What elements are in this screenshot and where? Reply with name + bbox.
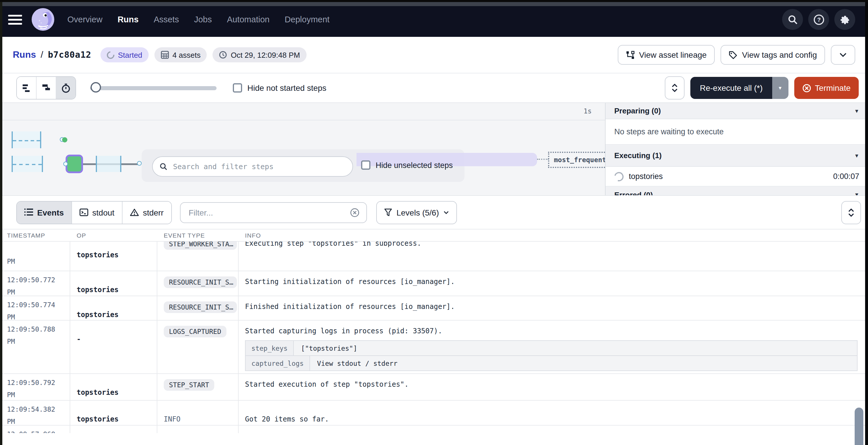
event-type-chip: STEP_START <box>164 379 215 391</box>
log-row[interactable]: 12:09:50.788 PM-LOGS_CAPTUREDStarted cap… <box>0 320 868 374</box>
step-search-input[interactable] <box>172 162 345 171</box>
log-event-type: INFO <box>157 401 238 425</box>
view-stdout-stderr-link[interactable]: View stdout / stderr <box>310 357 404 370</box>
flat-view-icon[interactable] <box>17 77 36 99</box>
events-list-icon <box>24 209 33 216</box>
chevron-down-icon <box>840 53 846 57</box>
log-op: topstories <box>70 425 157 433</box>
log-row[interactable]: 12:09:50.774 PMtopstoriesRESOURCE_INIT_S… <box>0 296 868 320</box>
executing-step-topstories[interactable]: topstories 0:00:07 <box>606 167 868 186</box>
log-table-body: PMtopstoriesSTEP_WORKER_STA…Executing st… <box>0 242 868 433</box>
timed-view-icon[interactable] <box>56 77 75 99</box>
run-header: Runs / b7c80a12 Started 4 assets Oct 29,… <box>0 37 868 73</box>
checkbox-box[interactable] <box>233 83 242 93</box>
gantt-step-not-started-1[interactable] <box>11 131 41 148</box>
gantt-marker-dot[interactable] <box>62 137 67 142</box>
step-search-box[interactable] <box>152 157 353 177</box>
clock-icon <box>219 51 227 59</box>
log-row[interactable]: 12:09:54.382 PMtopstoriesINFOGot 20 item… <box>0 401 868 425</box>
more-actions-button[interactable] <box>831 45 855 65</box>
log-row[interactable]: 12:09:50.772 PMtopstoriesRESOURCE_INIT_S… <box>0 271 868 296</box>
gantt-zoom-slider[interactable] <box>90 82 217 94</box>
reexecute-all-button[interactable]: Re-execute all (*) ▼ <box>691 77 788 99</box>
clear-filter-icon[interactable] <box>350 208 360 217</box>
expand-collapse-button[interactable] <box>665 76 685 100</box>
assets-badge[interactable]: 4 assets <box>154 47 207 62</box>
log-event-type: STEP_START <box>157 374 238 401</box>
gantt-connector-ring-left <box>63 162 68 166</box>
reexecute-dropdown-caret[interactable]: ▼ <box>772 77 788 99</box>
log-event-type: STEP_WORKER_STA… <box>157 242 238 271</box>
tab-stdout[interactable]: stdout <box>71 201 122 224</box>
nav-jobs[interactable]: Jobs <box>194 15 212 24</box>
log-timestamp[interactable]: 12:09:50.788 PM <box>0 320 70 374</box>
log-timestamp[interactable]: 12:09:50.772 PM <box>0 271 70 296</box>
tag-icon <box>728 50 737 59</box>
metadata-key: step_keys <box>246 341 294 355</box>
hamburger-menu-icon[interactable] <box>8 12 22 26</box>
tab-events[interactable]: Events <box>17 201 71 224</box>
help-icon[interactable]: ? <box>808 9 829 30</box>
log-op: topstories <box>70 374 157 401</box>
log-op: topstories <box>70 296 157 320</box>
log-timestamp[interactable]: PM <box>0 242 70 271</box>
view-tags-config-button[interactable]: View tags and config <box>720 45 825 65</box>
window-frame-top <box>0 2 868 6</box>
settings-gear-icon[interactable] <box>834 9 855 30</box>
top-nav: Overview Runs Assets Jobs Automation Dep… <box>0 2 868 37</box>
gantt-step-not-started-2[interactable] <box>11 156 43 172</box>
run-actions: Re-execute all (*) ▼ Terminate <box>665 76 859 100</box>
section-preparing[interactable]: Preparing (0)▼ <box>606 103 868 119</box>
log-table-header: TIMESTAMP OP EVENT TYPE INFO <box>0 229 868 242</box>
nav-deployment[interactable]: Deployment <box>284 15 330 24</box>
nav-assets[interactable]: Assets <box>154 15 179 24</box>
terminal-icon <box>80 209 88 216</box>
waterfall-view-icon[interactable] <box>36 77 56 99</box>
section-executing[interactable]: Executing (1)▼ <box>606 145 868 167</box>
dagster-logo[interactable] <box>31 8 55 31</box>
log-op: topstories <box>70 242 157 271</box>
hide-not-started-checkbox[interactable]: Hide not started steps <box>233 83 326 93</box>
log-message: Started execution of step "topstories". <box>245 380 858 388</box>
col-op: OP <box>70 232 157 239</box>
log-filter-input[interactable] <box>188 207 345 217</box>
log-timestamp[interactable]: 12:09:50.774 PM <box>0 296 70 320</box>
nav-utility: ? <box>782 9 855 30</box>
log-message: Started capturing logs in process (pid: … <box>245 327 858 335</box>
run-header-actions: View asset lineage View tags and config <box>617 45 855 65</box>
view-asset-lineage-button[interactable]: View asset lineage <box>617 45 715 65</box>
log-metadata-table: step_keys["topstories"]captured_logsView… <box>245 340 858 371</box>
log-row[interactable]: 12:09:57.868 PMtopstoriesINFOGot 40 item… <box>0 425 868 433</box>
log-info: Started execution of step "topstories". <box>238 374 868 401</box>
nav-runs[interactable]: Runs <box>118 15 139 24</box>
log-row[interactable]: PMtopstoriesSTEP_WORKER_STA…Executing st… <box>0 242 868 271</box>
levels-filter-button[interactable]: Levels (5/6) <box>376 201 457 224</box>
breadcrumb-runs-link[interactable]: Runs <box>13 49 36 60</box>
primary-nav: Overview Runs Assets Jobs Automation Dep… <box>67 15 330 24</box>
nav-automation[interactable]: Automation <box>227 15 270 24</box>
vertical-scrollbar[interactable] <box>855 408 863 445</box>
logs-expand-button[interactable] <box>841 201 861 224</box>
gantt-step-running-selected[interactable] <box>66 155 83 173</box>
status-spinner-icon <box>105 49 116 60</box>
slider-handle[interactable] <box>91 82 101 93</box>
log-row[interactable]: 12:09:50.792 PMtopstoriesSTEP_STARTStart… <box>0 374 868 401</box>
metadata-row: captured_logsView stdout / stderr <box>246 355 857 371</box>
nav-overview[interactable]: Overview <box>67 15 102 24</box>
log-filter-box[interactable] <box>180 202 367 223</box>
log-event-type: RESOURCE_INIT_S… <box>157 296 238 320</box>
log-timestamp[interactable]: 12:09:57.868 PM <box>0 425 70 433</box>
section-errored[interactable]: Errored (0)▼ <box>606 186 868 196</box>
section-caret-icon: ▼ <box>854 108 859 114</box>
log-timestamp[interactable]: 12:09:50.792 PM <box>0 374 70 401</box>
gantt-step-queued[interactable] <box>96 156 121 172</box>
gantt-step-pending-most-frequent[interactable]: most_frequent <box>548 152 612 168</box>
log-info: Starting initialization of resources [io… <box>238 271 868 296</box>
tab-stderr[interactable]: stderr <box>122 201 171 224</box>
logs-toolbar: Events stdout stderr Levels (5/6) <box>0 196 868 229</box>
log-timestamp[interactable]: 12:09:54.382 PM <box>0 401 70 425</box>
terminate-button[interactable]: Terminate <box>794 77 859 99</box>
checkbox-box[interactable] <box>361 161 370 170</box>
search-icon[interactable] <box>782 9 803 30</box>
hide-unselected-checkbox[interactable]: Hide unselected steps <box>361 161 453 170</box>
